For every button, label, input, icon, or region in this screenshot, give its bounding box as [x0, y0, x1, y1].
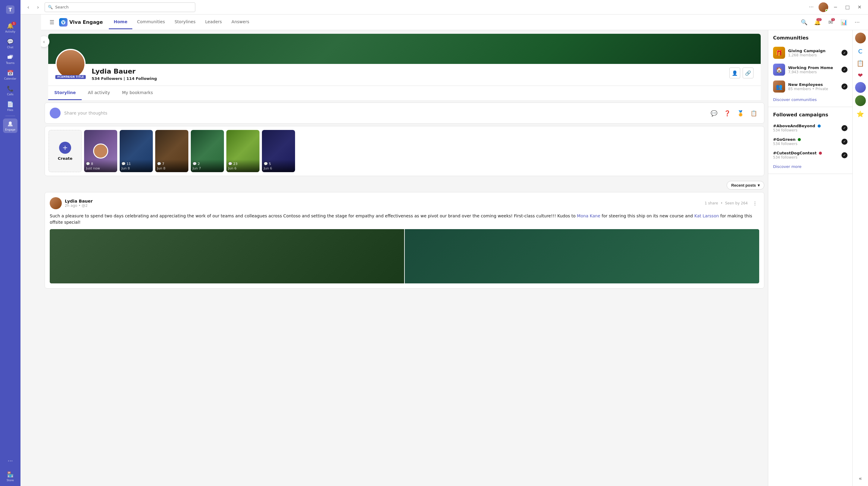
story-card-1[interactable]: 💬 8 Just now	[84, 130, 117, 172]
top-bar: ‹ › 🔍 Search ··· − □ ✕	[21, 0, 868, 14]
discover-communities-link[interactable]: Discover communities	[773, 97, 847, 102]
giving-meta: Giving Campaign 1,268 members	[788, 49, 838, 57]
search-bar[interactable]: 🔍 Search	[44, 2, 195, 12]
sidebar-item-teams[interactable]: Teams	[3, 52, 18, 66]
story-card-create[interactable]: + Create	[49, 130, 82, 172]
hamburger-button[interactable]: ☰	[47, 18, 57, 27]
post-author-avatar[interactable]	[50, 197, 62, 209]
profile-link-button[interactable]: 🔗	[743, 67, 753, 79]
teams-logo[interactable]: T	[3, 2, 18, 17]
avatar-image	[57, 50, 84, 78]
engage-more-icon[interactable]: ···	[852, 18, 862, 27]
recent-posts-button[interactable]: Recent posts ▾	[727, 181, 764, 190]
story-card-2[interactable]: 💬 11 Jun 8	[120, 130, 153, 172]
above-meta: #AboveAndBeyond 534 followers	[773, 124, 838, 132]
profile-name: Lydia Bauer	[92, 67, 730, 75]
dog-check: ✓	[841, 152, 847, 158]
close-button[interactable]: ✕	[855, 2, 864, 12]
post-time: 2h ago • @2	[65, 204, 702, 208]
center-panel: ‹ #CAMPAIGN TITLE	[41, 30, 768, 486]
sidebar-item-activity[interactable]: 1 🔔 Activity	[3, 21, 18, 35]
more-icon: ···	[7, 457, 13, 464]
minimize-button[interactable]: −	[831, 2, 840, 12]
giving-name: Giving Campaign	[788, 49, 838, 53]
tab-all-activity[interactable]: All activity	[82, 86, 116, 100]
far-right-icon-2[interactable]: 📋	[855, 58, 866, 69]
share-praise-button[interactable]: 🏅	[735, 108, 746, 119]
discover-more-link[interactable]: Discover more	[773, 164, 847, 169]
share-question-button[interactable]: ❓	[722, 108, 733, 119]
tab-my-bookmarks[interactable]: My bookmarks	[116, 86, 159, 100]
story-card-5[interactable]: 💬 23 Jun 6	[226, 130, 259, 172]
profile-card-button[interactable]: 👤	[730, 67, 740, 79]
far-right-avatar-1[interactable]	[855, 33, 866, 43]
story-card-6[interactable]: 💬 5 Jun 6	[262, 130, 295, 172]
sidebar-item-store[interactable]: 🏪 Store	[3, 469, 18, 484]
community-wfh[interactable]: 🏠 Working From Home 7,943 members ✓	[773, 61, 847, 78]
sidebar-item-more[interactable]: ···	[3, 453, 18, 468]
post-more-button[interactable]: ⋮	[751, 199, 759, 207]
story-comments-6: 💬 5	[264, 162, 293, 166]
above-dot	[818, 124, 821, 127]
analytics-icon[interactable]: 📊	[839, 18, 849, 27]
far-right-icon-3[interactable]: ❤️	[855, 70, 866, 81]
profile-avatar[interactable]	[56, 49, 86, 79]
post-link-mona[interactable]: Mona Kane	[577, 213, 600, 218]
far-right-icon-4[interactable]: ⭐	[855, 109, 866, 119]
nav-link-home[interactable]: Home	[109, 15, 132, 29]
sidebar-item-engage[interactable]: Engage	[3, 119, 18, 133]
green-followers: 534 followers	[773, 142, 838, 146]
campaign-green[interactable]: #GoGreen 534 followers ✓	[773, 135, 847, 148]
sidebar-item-chat[interactable]: 💬 Chat	[3, 36, 18, 51]
engage-nav: ☰ V Viva Engage Home Communities Storyli…	[41, 14, 868, 30]
calls-icon: 📞	[7, 85, 13, 92]
bell-badge: 12	[816, 18, 822, 21]
more-options-button[interactable]: ···	[807, 2, 816, 12]
back-button[interactable]: ‹	[24, 3, 33, 11]
post-author-name[interactable]: Lydia Bauer	[65, 199, 702, 204]
far-right-avatar-2[interactable]	[855, 82, 866, 93]
share-message-button[interactable]: 💬	[709, 108, 719, 119]
far-avatar-img-2	[855, 82, 866, 93]
new-emp-avatar: 👥	[773, 81, 785, 93]
sidebar-item-calls[interactable]: 📞 Calls	[3, 83, 18, 98]
share-actions: 💬 ❓ 🏅 📋	[709, 108, 759, 119]
campaign-above[interactable]: #AboveAndBeyond 534 followers ✓	[773, 121, 847, 135]
mail-icon[interactable]: ✉️ 5	[826, 18, 835, 27]
campaign-dog[interactable]: #CutestDogContest 534 followers ✓	[773, 148, 847, 162]
collapse-button[interactable]: «	[855, 473, 866, 484]
notifications-bell[interactable]: 🔔 12	[812, 18, 822, 27]
sidebar-item-calendar[interactable]: 📅 Calendar	[3, 67, 18, 82]
search-placeholder: Search	[55, 5, 69, 9]
nav-link-communities[interactable]: Communities	[132, 15, 170, 29]
far-right-avatar-3[interactable]	[855, 95, 866, 106]
search-nav-icon[interactable]: 🔍	[799, 18, 809, 27]
share-input[interactable]: Share your thoughts	[64, 111, 705, 116]
tab-storyline[interactable]: Storyline	[48, 86, 82, 100]
nav-link-answers[interactable]: Answers	[227, 15, 254, 29]
post-card: Lydia Bauer 2h ago • @2 1 share • Seen b…	[44, 192, 764, 288]
sidebar-item-files[interactable]: 📄 Files	[3, 99, 18, 113]
new-emp-name: New Employees	[788, 82, 838, 87]
profile-info: #CAMPAIGN TITLE Lydia Bauer 534 Follower…	[48, 64, 761, 86]
nav-link-leaders[interactable]: Leaders	[200, 15, 227, 29]
profile-tabs: Storyline All activity My bookmarks	[48, 86, 761, 100]
far-right-panel: C 📋 ❤️ ⭐ «	[852, 30, 868, 486]
maximize-button[interactable]: □	[843, 2, 852, 12]
user-avatar-top[interactable]	[818, 2, 828, 12]
giving-avatar: 🎁	[773, 47, 785, 59]
teams-sidebar: T 1 🔔 Activity 💬 Chat Teams 📅 Calendar 📞…	[0, 0, 21, 486]
story-card-3[interactable]: 💬 7 Jun 8	[155, 130, 188, 172]
far-right-icon-1[interactable]: C	[855, 46, 866, 57]
nav-link-storylines[interactable]: Storylines	[170, 15, 200, 29]
community-new-employees[interactable]: 👥 New Employees 85 members • Private ✓	[773, 78, 847, 95]
share-list-button[interactable]: 📋	[748, 108, 759, 119]
new-emp-check: ✓	[841, 84, 847, 90]
online-status-dot	[825, 9, 828, 12]
recent-posts-bar: Recent posts ▾	[41, 179, 768, 192]
story-card-4[interactable]: 💬 2 Jun 7	[191, 130, 224, 172]
dog-followers: 534 followers	[773, 155, 838, 159]
forward-button[interactable]: ›	[34, 3, 42, 11]
post-link-kat[interactable]: Kat Larsson	[694, 213, 719, 218]
community-giving[interactable]: 🎁 Giving Campaign 1,268 members ✓	[773, 44, 847, 61]
